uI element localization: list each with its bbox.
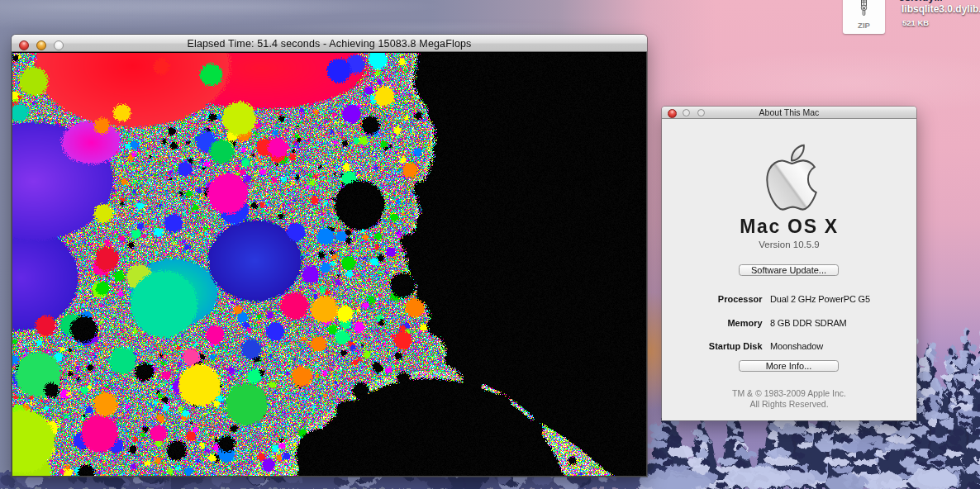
svg-text:ZIP: ZIP xyxy=(858,21,870,30)
